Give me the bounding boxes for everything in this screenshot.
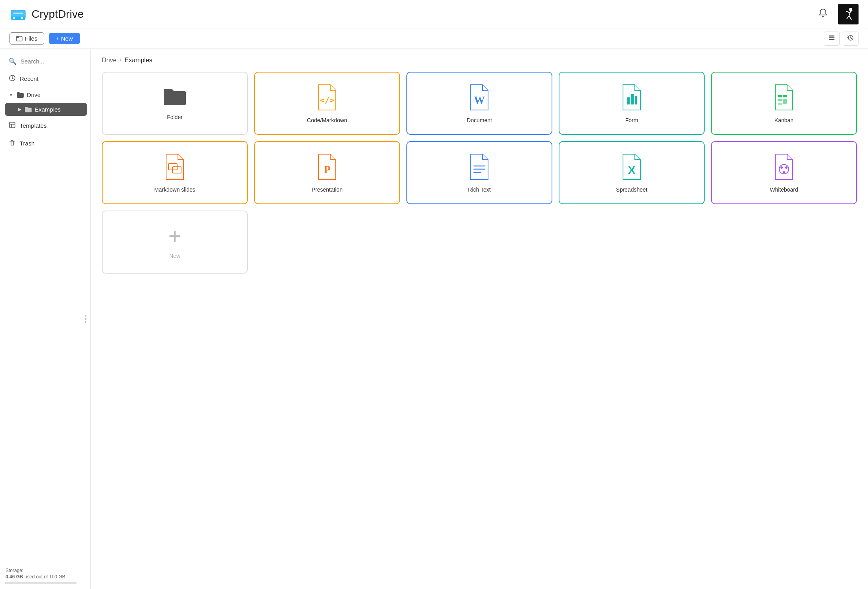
storage-used: 0.46 GB (6, 574, 23, 580)
trash-icon (9, 139, 16, 147)
storage-info: Storage: 0.46 GB used out of 100 GB (6, 568, 77, 584)
spreadsheet-card-icon: X (619, 153, 644, 181)
card-code[interactable]: </> Code/Markdown (254, 72, 400, 135)
folder-card-icon (162, 86, 187, 108)
card-rich-text[interactable]: Rich Text (406, 141, 552, 204)
card-spreadsheet[interactable]: X Spreadsheet (559, 141, 705, 204)
svg-text:P: P (324, 163, 330, 175)
svg-point-3 (21, 17, 23, 19)
sidebar-item-templates[interactable]: Templates (3, 117, 87, 134)
sidebar-resize-handle[interactable] (82, 312, 89, 326)
storage-bar-fill (6, 582, 6, 584)
presentation-card-icon: P (314, 153, 340, 181)
sidebar: 🔍 Recent ▼ Drive ▶ Examples Templates (0, 49, 91, 589)
clock-icon (9, 75, 16, 83)
svg-point-2 (13, 17, 15, 19)
files-icon (16, 35, 22, 42)
rich-text-label: Rich Text (468, 186, 490, 193)
breadcrumb-drive[interactable]: Drive (102, 57, 116, 64)
card-new[interactable]: + New (102, 211, 248, 274)
search-item[interactable]: 🔍 (3, 54, 87, 69)
presentation-label: Presentation (312, 186, 343, 193)
svg-point-39 (783, 171, 785, 173)
kanban-card-icon (771, 83, 797, 112)
form-label: Form (625, 117, 638, 123)
whiteboard-label: Whiteboard (770, 186, 798, 193)
card-form[interactable]: Form (559, 72, 705, 135)
toolbar: Files + New (0, 28, 868, 49)
code-label: Code/Markdown (307, 117, 347, 123)
drive-label: Drive (27, 91, 41, 98)
notifications-button[interactable] (814, 4, 832, 24)
folder-open-icon (24, 106, 32, 113)
sidebar-item-examples[interactable]: ▶ Examples (5, 103, 87, 116)
drive-icon (9, 6, 27, 23)
trash-label: Trash (20, 140, 35, 147)
card-kanban[interactable]: Kanban (711, 72, 857, 135)
svg-rect-21 (627, 97, 630, 104)
svg-rect-14 (829, 35, 834, 37)
content-area: Drive / Examples Folder </> Code/Markdow (91, 49, 868, 589)
templates-label: Templates (20, 122, 47, 129)
svg-rect-23 (635, 96, 637, 104)
svg-rect-16 (829, 39, 834, 40)
svg-rect-13 (17, 36, 19, 37)
card-folder[interactable]: Folder (102, 72, 248, 135)
breadcrumb-separator: / (120, 57, 121, 64)
storage-label: Storage: (6, 568, 77, 573)
breadcrumb: Drive / Examples (102, 57, 857, 64)
card-markdown-slides[interactable]: Markdown slides (102, 141, 248, 204)
spreadsheet-label: Spreadsheet (616, 186, 647, 193)
avatar-image (838, 4, 859, 24)
form-card-icon (619, 83, 644, 112)
collapse-icon: ▼ (9, 92, 13, 98)
avatar[interactable] (838, 4, 859, 24)
examples-label: Examples (35, 106, 61, 113)
new-button[interactable]: + New (49, 33, 80, 44)
history-button[interactable] (843, 32, 859, 46)
new-card-label: New (169, 253, 180, 259)
svg-rect-5 (838, 4, 859, 24)
code-card-icon: </> (314, 83, 340, 112)
plus-icon: + (168, 225, 181, 247)
markdown-slides-label: Markdown slides (154, 186, 195, 193)
svg-rect-26 (778, 99, 782, 101)
logo-area: CryptDrive (9, 6, 84, 23)
folder-icon (17, 92, 24, 98)
breadcrumb-current: Examples (125, 57, 152, 64)
svg-rect-15 (829, 37, 834, 38)
sidebar-item-recent[interactable]: Recent (3, 71, 87, 87)
folder-label: Folder (167, 114, 183, 120)
app-title: CryptDrive (32, 8, 84, 21)
svg-text:X: X (628, 164, 636, 176)
header-actions (814, 4, 859, 24)
templates-icon (9, 121, 16, 130)
history-icon (847, 34, 854, 41)
whiteboard-card-icon (771, 153, 797, 181)
svg-text:</>: </> (320, 95, 334, 105)
card-document[interactable]: W Document (406, 72, 552, 135)
sidebar-item-drive[interactable]: ▼ Drive (3, 88, 87, 101)
card-presentation[interactable]: P Presentation (254, 141, 400, 204)
svg-rect-18 (9, 122, 15, 128)
main-layout: 🔍 Recent ▼ Drive ▶ Examples Templates (0, 49, 868, 589)
svg-rect-1 (11, 17, 25, 20)
document-card-icon: W (467, 83, 492, 112)
svg-rect-24 (778, 95, 782, 97)
files-label: Files (25, 35, 37, 42)
rich-text-card-icon (467, 153, 492, 181)
sidebar-item-trash[interactable]: Trash (3, 135, 87, 151)
search-input[interactable] (21, 58, 82, 65)
markdown-slides-icon (162, 153, 187, 181)
files-button[interactable]: Files (9, 32, 44, 45)
svg-rect-4 (13, 13, 23, 14)
card-whiteboard[interactable]: Whiteboard (711, 141, 857, 204)
expand-icon: ▶ (18, 107, 21, 112)
svg-rect-12 (17, 36, 22, 41)
toolbar-right (824, 32, 859, 46)
list-view-button[interactable] (824, 32, 840, 46)
svg-point-38 (785, 166, 788, 169)
list-view-icon (828, 34, 835, 41)
document-label: Document (467, 117, 492, 123)
kanban-label: Kanban (774, 117, 793, 123)
